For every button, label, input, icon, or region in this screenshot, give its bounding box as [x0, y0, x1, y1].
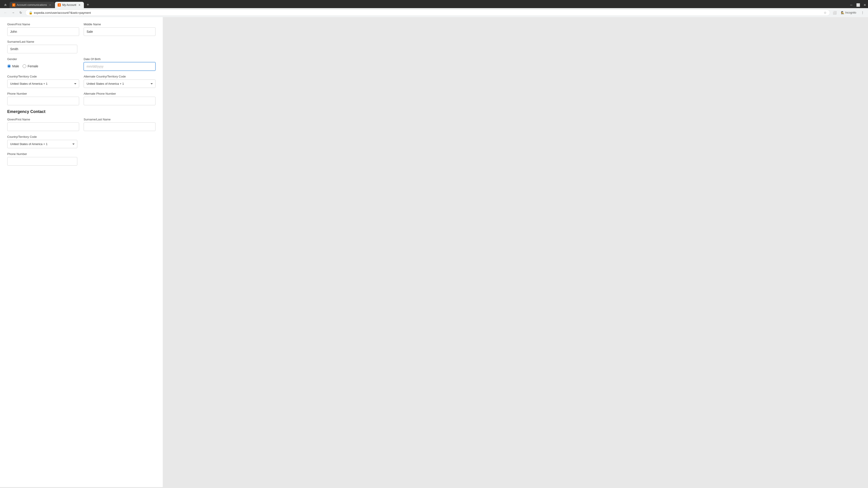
emergency-surname-label: Surname/Last Name — [84, 118, 156, 121]
tab-title-1: Account communications — [17, 3, 47, 6]
middle-name-label: Middle Name — [84, 23, 156, 26]
gender-male-label: Male — [12, 64, 19, 68]
tab-close-2[interactable]: ✕ — [78, 3, 81, 7]
middle-name-group: Middle Name — [84, 23, 156, 36]
phone-row: Phone Number Alternate Phone Number — [7, 92, 156, 105]
reload-button[interactable]: ↻ — [18, 9, 24, 16]
surname-group: Surname/Last Name — [7, 40, 77, 53]
incognito-indicator: 🕵 Incognito — [839, 10, 858, 15]
tab-bar: Z Account communications ✕ Z My Account … — [0, 0, 868, 8]
gender-label: Gender — [7, 57, 79, 61]
tab-close-1[interactable]: ✕ — [48, 3, 52, 7]
tab-overflow-button[interactable] — [2, 2, 9, 8]
alt-phone-label: Alternate Phone Number — [84, 92, 156, 95]
gender-female-radio[interactable] — [23, 64, 26, 68]
alt-country-code-select[interactable]: United States of America + 1 United King… — [84, 79, 156, 88]
address-text: expedia.com/user/account/?&selc=payment — [34, 11, 822, 14]
emergency-given-name-input[interactable] — [7, 123, 79, 131]
lock-icon: 🔒 — [29, 11, 33, 14]
restore-button[interactable]: ⬜ — [855, 2, 861, 8]
emergency-country-row: Country/Territory Code United States of … — [7, 135, 156, 148]
bookmark-tab-button[interactable]: ⬜ — [831, 9, 838, 16]
emergency-given-name-group: Given/First Name — [7, 118, 79, 131]
emergency-phone-group: Phone Number — [7, 152, 77, 166]
country-code-select-wrapper: United States of America + 1 United King… — [7, 79, 79, 88]
browser-chrome: Z Account communications ✕ Z My Account … — [0, 0, 868, 17]
emergency-phone-label: Phone Number — [7, 152, 77, 156]
close-window-button[interactable]: ✕ — [862, 2, 868, 8]
incognito-label: Incognito — [845, 11, 856, 14]
alt-phone-input[interactable] — [84, 97, 156, 105]
emergency-surname-group: Surname/Last Name — [84, 118, 156, 131]
menu-button[interactable]: ⋮ — [860, 9, 866, 16]
address-bar[interactable]: 🔒 expedia.com/user/account/?&selc=paymen… — [25, 9, 830, 16]
country-code-group: Country/Territory Code United States of … — [7, 75, 79, 88]
emergency-given-name-label: Given/First Name — [7, 118, 79, 121]
address-bar-row: ← → ↻ 🔒 expedia.com/user/account/?&selc=… — [0, 8, 868, 17]
bookmark-star-icon[interactable]: ☆ — [824, 11, 827, 14]
surname-label: Surname/Last Name — [7, 40, 77, 43]
tab-account-communications[interactable]: Z Account communications ✕ — [9, 2, 55, 8]
gender-male-radio[interactable] — [7, 64, 11, 68]
gender-radio-group: Male Female — [7, 62, 79, 70]
tab-favicon-1: Z — [12, 3, 16, 6]
emergency-phone-input[interactable] — [7, 157, 77, 166]
emergency-surname-input[interactable] — [84, 123, 156, 131]
form-panel: Given/First Name Middle Name Surname/Las… — [0, 17, 163, 487]
emergency-contact-title: Emergency Contact — [7, 109, 156, 114]
back-button[interactable]: ← — [2, 9, 8, 16]
phone-group: Phone Number — [7, 92, 79, 105]
tab-favicon-2: Z — [58, 3, 61, 6]
gender-group: Gender Male Female — [7, 57, 79, 71]
emergency-country-code-label: Country/Territory Code — [7, 135, 77, 138]
phone-label: Phone Number — [7, 92, 79, 95]
alt-country-code-group: Alternate Country/Territory Code United … — [84, 75, 156, 88]
emergency-country-code-select-wrapper: United States of America + 1 United King… — [7, 140, 77, 148]
emergency-phone-row: Phone Number — [7, 152, 156, 166]
tab-title-2: My Account — [62, 3, 76, 6]
gender-female-label: Female — [28, 64, 38, 68]
side-panel — [163, 17, 868, 487]
page-content: Given/First Name Middle Name Surname/Las… — [0, 17, 868, 487]
dob-input[interactable] — [84, 62, 156, 71]
surname-input[interactable] — [7, 45, 77, 53]
new-tab-button[interactable]: + — [84, 1, 91, 8]
emergency-country-code-select[interactable]: United States of America + 1 United King… — [7, 140, 77, 148]
name-row: Given/First Name Middle Name — [7, 23, 156, 36]
minimize-button[interactable]: ─ — [848, 2, 855, 8]
given-name-label: Given/First Name — [7, 23, 79, 26]
alt-country-code-label: Alternate Country/Territory Code — [84, 75, 156, 78]
incognito-icon: 🕵 — [841, 11, 844, 14]
alt-phone-group: Alternate Phone Number — [84, 92, 156, 105]
emergency-country-code-group: Country/Territory Code United States of … — [7, 135, 77, 148]
tab-my-account[interactable]: Z My Account ✕ — [55, 2, 84, 8]
alt-country-code-select-wrapper: United States of America + 1 United King… — [84, 79, 156, 88]
gender-female-option[interactable]: Female — [23, 64, 38, 68]
given-name-group: Given/First Name — [7, 23, 79, 36]
emergency-name-row: Given/First Name Surname/Last Name — [7, 118, 156, 131]
given-name-input[interactable] — [7, 27, 79, 36]
gender-dob-row: Gender Male Female Date Of Birth — [7, 57, 156, 71]
country-code-select[interactable]: United States of America + 1 United King… — [7, 79, 79, 88]
dob-label: Date Of Birth — [84, 57, 156, 61]
gender-male-option[interactable]: Male — [7, 64, 19, 68]
phone-input[interactable] — [7, 97, 79, 105]
middle-name-input[interactable] — [84, 27, 156, 36]
forward-button[interactable]: → — [10, 9, 16, 16]
dob-group: Date Of Birth — [84, 57, 156, 71]
surname-row: Surname/Last Name — [7, 40, 156, 53]
country-code-row: Country/Territory Code United States of … — [7, 75, 156, 88]
country-code-label: Country/Territory Code — [7, 75, 79, 78]
